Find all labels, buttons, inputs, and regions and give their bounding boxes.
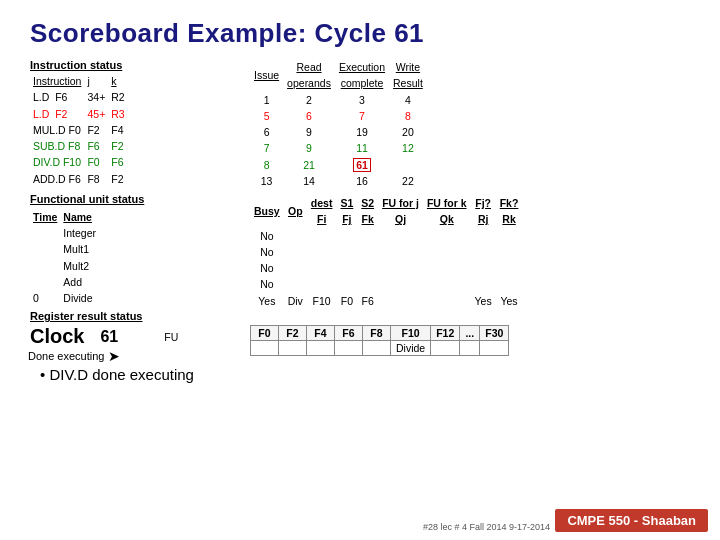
fk-cell: F6: [357, 293, 378, 309]
time-cell: [30, 258, 60, 274]
reg-val-f12: [431, 340, 460, 355]
slide: Scoreboard Example: Cycle 61 Instruction…: [0, 0, 720, 540]
left-panel: Instruction status Instruction j k L.D F…: [30, 59, 240, 356]
qk-cell: [423, 244, 471, 260]
table-row: Yes Div F10 F0 F6 Yes Yes: [250, 293, 522, 309]
write-cell: 22: [389, 173, 427, 189]
col-op: Op: [284, 195, 307, 228]
table-row: 0 Divide: [30, 290, 99, 306]
col-busy: Busy: [250, 195, 284, 228]
table-row: 1 2 3 4: [250, 92, 427, 108]
exec-cell: 19: [335, 124, 389, 140]
reg-f10: F10: [391, 325, 431, 340]
rj-cell: [471, 260, 496, 276]
busy-cell: No: [250, 228, 284, 244]
instr-cell: DIV.D F10: [30, 154, 84, 170]
table-row: Integer: [30, 225, 99, 241]
reg-ellipsis: ...: [460, 325, 480, 340]
rk-cell: [496, 244, 523, 260]
rk-cell: [496, 228, 523, 244]
instr-cell: L.D F2: [30, 106, 84, 122]
instr-cell: ADD.D F6: [30, 171, 84, 187]
col-fu-j: FU for jQj: [378, 195, 423, 228]
k-cell: F2: [108, 138, 127, 154]
qk-cell: [423, 293, 471, 309]
k-cell: F4: [108, 122, 127, 138]
op-cell: Div: [284, 293, 307, 309]
exec-cell: 16: [335, 173, 389, 189]
table-row: No: [250, 260, 522, 276]
reg-val-f0: [251, 340, 279, 355]
col-j: j: [84, 73, 108, 89]
read-cell: 2: [283, 92, 335, 108]
table-row: ADD.D F6 F8 F2: [30, 171, 128, 187]
name-cell: Mult2: [60, 258, 99, 274]
col-write: WriteResult: [389, 59, 427, 92]
col-s1: S1Fj: [336, 195, 357, 228]
j-cell: F2: [84, 122, 108, 138]
reg-val-f4: [307, 340, 335, 355]
col-issue: Issue: [250, 59, 283, 92]
name-cell: Divide: [60, 290, 99, 306]
instr-cell: MUL.D F0: [30, 122, 84, 138]
fu-label: FU: [164, 331, 178, 343]
issue-cell: 13: [250, 173, 283, 189]
write-cell: 4: [389, 92, 427, 108]
rk-cell: [496, 276, 523, 292]
fk-cell: [357, 228, 378, 244]
bullet-text: • DIV.D done executing: [40, 366, 194, 383]
read-cell: 21: [283, 157, 335, 173]
func-unit-table: Time Name Integer Mult1 Mult2: [30, 209, 99, 307]
qj-cell: [378, 293, 423, 309]
reg-result-header: Register result status: [30, 310, 240, 322]
fj-cell: [336, 244, 357, 260]
content-area: Instruction status Instruction j k L.D F…: [30, 59, 690, 356]
qj-cell: [378, 244, 423, 260]
qj-cell: [378, 260, 423, 276]
reg-val-f30: [480, 340, 509, 355]
write-cell: 8: [389, 108, 427, 124]
col-k: k: [108, 73, 127, 89]
exec-cell: 3: [335, 92, 389, 108]
name-cell: Mult1: [60, 241, 99, 257]
reg-f4: F4: [307, 325, 335, 340]
done-executing-label: Done executing: [28, 350, 104, 362]
qk-cell: [423, 228, 471, 244]
read-cell: 9: [283, 140, 335, 156]
reg-val-ellipsis: [460, 340, 480, 355]
func-header-row: Time Name: [30, 209, 99, 225]
k-cell: R2: [108, 89, 127, 105]
op-cell: [284, 260, 307, 276]
instruction-table: Instruction j k L.D F6 34+ R2 L.D F2 45+: [30, 73, 128, 187]
fj-cell: F0: [336, 293, 357, 309]
fi-cell: F10: [307, 293, 337, 309]
busy-cell: No: [250, 260, 284, 276]
rj-cell: [471, 228, 496, 244]
fu-header-row: Busy Op destFi S1Fj S2Fk FU for jQj FU f…: [250, 195, 522, 228]
qj-cell: [378, 228, 423, 244]
busy-cell: Yes: [250, 293, 284, 309]
op-cell: [284, 228, 307, 244]
issue-cell: 1: [250, 92, 283, 108]
fj-cell: [336, 228, 357, 244]
reg-f30: F30: [480, 325, 509, 340]
issue-cell: 8: [250, 157, 283, 173]
reg-f12: F12: [431, 325, 460, 340]
time-cell: [30, 225, 60, 241]
table-row: Add: [30, 274, 99, 290]
exec-cell: 7: [335, 108, 389, 124]
table-row: 8 21 61: [250, 157, 427, 173]
fi-cell: [307, 260, 337, 276]
qk-cell: [423, 260, 471, 276]
reg-header-row: F0 F2 F4 F6 F8 F10 F12 ... F30: [251, 325, 509, 340]
read-cell: 14: [283, 173, 335, 189]
col-instruction: Instruction: [30, 73, 84, 89]
op-cell: [284, 244, 307, 260]
j-cell: 34+: [84, 89, 108, 105]
bullet-section: • DIV.D done executing: [30, 366, 690, 383]
table-row: 6 9 19 20: [250, 124, 427, 140]
exec-cell: 11: [335, 140, 389, 156]
write-cell: 20: [389, 124, 427, 140]
j-cell: F6: [84, 138, 108, 154]
reg-val-f8: [363, 340, 391, 355]
